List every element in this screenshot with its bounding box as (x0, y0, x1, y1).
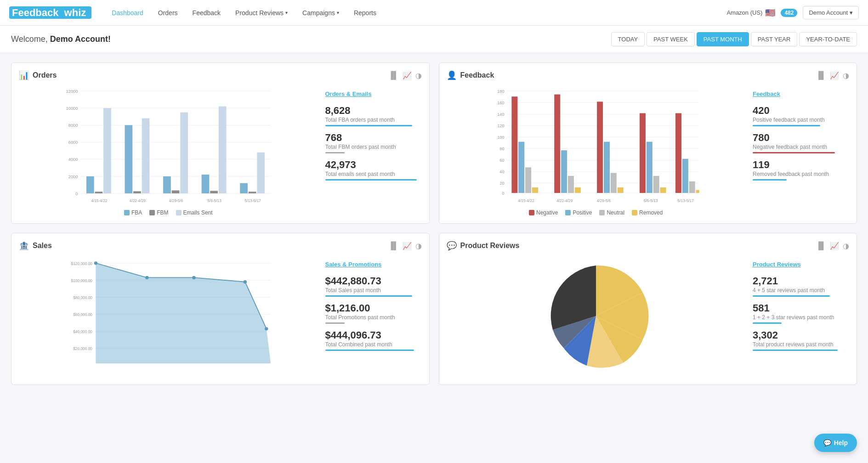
feedback-negative-stat: 780 Negative feedback past month (753, 132, 849, 153)
legend-emails: Emails Sent (176, 209, 213, 216)
svg-text:$40,000.00: $40,000.00 (73, 329, 92, 334)
svg-text:140: 140 (497, 112, 504, 117)
orders-fba-label: Total FBA orders past month (325, 117, 422, 123)
svg-text:5/13-5/17: 5/13-5/17 (677, 198, 694, 203)
main-grid: 📊 Orders ▐▌ 📈 ◑ 12000 10000 8000 6000 40… (0, 53, 868, 394)
sales-combined-stat: $444,096.73 Total Combined past month (325, 329, 422, 351)
logo: Feedback whiz (9, 7, 91, 19)
product-reviews-caret: ▾ (285, 10, 288, 15)
nav-reports[interactable]: Reports (347, 6, 383, 19)
legend-neutral: Neutral (599, 209, 624, 216)
orders-fbm-bar (325, 152, 345, 153)
svg-text:10000: 10000 (66, 106, 78, 111)
feedback-bar-chart-icon[interactable]: ▐▌ (816, 71, 826, 80)
sales-promotions-bar (325, 322, 345, 324)
feedback-line-chart-icon[interactable]: 📈 (830, 71, 839, 80)
orders-card-title: 📊 Orders (19, 70, 57, 80)
feedback-negative-bar (753, 152, 835, 153)
legend-neutral-label: Neutral (607, 209, 624, 216)
svg-text:$120,000.00: $120,000.00 (71, 261, 93, 266)
svg-text:12000: 12000 (66, 89, 78, 94)
legend-fba-label: FBA (131, 209, 142, 216)
svg-text:$80,000.00: $80,000.00 (73, 295, 92, 300)
us-flag-icon: 🇺🇸 (765, 8, 775, 18)
amazon-badge: Amazon (US) 🇺🇸 (726, 8, 775, 18)
nav-campaigns[interactable]: Campaigns ▾ (296, 6, 346, 19)
svg-text:$20,000.00: $20,000.00 (73, 346, 92, 351)
logo-highlight: whiz (62, 6, 89, 19)
sales-line-chart-icon[interactable]: 📈 (403, 242, 412, 250)
reviews-bar-chart-icon[interactable]: ▐▌ (816, 242, 826, 250)
date-today[interactable]: TODAY (611, 32, 645, 46)
sales-card-header: 🏦 Sales ▐▌ 📈 ◑ (19, 241, 422, 251)
reviews-high-star-label: 4 + 5 star reviews past month (753, 287, 849, 294)
feedback-negative-value: 780 (753, 132, 849, 144)
svg-text:4/29-5/6: 4/29-5/6 (596, 198, 611, 203)
svg-rect-60 (567, 176, 573, 193)
svg-rect-20 (163, 176, 171, 193)
product-reviews-card-header: 💬 Product Reviews ▐▌ 📈 ◑ (447, 241, 850, 251)
bar-chart-icon[interactable]: ▐▌ (388, 71, 399, 80)
product-reviews-card-title: 💬 Product Reviews (447, 241, 520, 251)
legend-fbm-dot (149, 210, 155, 215)
legend-fbm: FBM (149, 209, 168, 216)
svg-text:0: 0 (502, 191, 504, 196)
legend-positive-dot (565, 210, 571, 215)
svg-rect-73 (696, 190, 699, 193)
orders-emails-value: 42,973 (325, 159, 422, 171)
nav-orders[interactable]: Orders (152, 6, 184, 19)
feedback-stat-link-group: Feedback (753, 90, 849, 99)
reviews-low-star-value: 581 (753, 302, 849, 314)
svg-rect-61 (574, 187, 580, 193)
svg-rect-71 (682, 159, 688, 193)
feedback-negative-label: Negative feedback past month (753, 144, 849, 150)
notification-badge[interactable]: 482 (781, 9, 797, 17)
feedback-positive-value: 420 (753, 105, 849, 117)
svg-point-97 (265, 327, 268, 330)
date-past-week[interactable]: PAST WEEK (647, 32, 695, 46)
sales-total-bar (325, 295, 412, 297)
pie-chart-icon[interactable]: ◑ (415, 71, 422, 80)
reviews-low-star-label: 1 + 2 + 3 star reviews past month (753, 314, 849, 321)
line-chart-icon[interactable]: 📈 (403, 71, 412, 80)
svg-text:40: 40 (499, 169, 504, 174)
nav-right: Amazon (US) 🇺🇸 482 Demo Account ▾ (726, 6, 859, 19)
sales-bar-chart-icon[interactable]: ▐▌ (388, 242, 399, 250)
svg-rect-27 (249, 192, 256, 193)
product-reviews-link[interactable]: Product Reviews (753, 261, 849, 268)
sales-total-stat: $442,880.73 Total Sales past month (325, 275, 422, 297)
orders-fbm-value: 768 (325, 132, 422, 144)
orders-fba-value: 8,628 (325, 105, 422, 117)
feedback-pie-chart-icon[interactable]: ◑ (843, 71, 849, 80)
svg-text:4000: 4000 (68, 157, 78, 162)
sales-pie-chart-icon[interactable]: ◑ (415, 242, 422, 250)
nav-product-reviews[interactable]: Product Reviews ▾ (229, 6, 294, 19)
demo-account-menu[interactable]: Demo Account ▾ (803, 6, 859, 19)
nav-dashboard[interactable]: Dashboard (105, 6, 150, 19)
svg-point-96 (244, 280, 247, 283)
product-reviews-stats: Product Reviews 2,721 4 + 5 star reviews… (753, 256, 849, 376)
nav-feedback[interactable]: Feedback (186, 6, 227, 19)
feedback-removed-bar (753, 179, 787, 181)
product-reviews-card: 💬 Product Reviews ▐▌ 📈 ◑ (439, 233, 857, 385)
sales-promotions-label: Total Promotions past month (325, 314, 422, 321)
orders-legend: FBA FBM Emails Sent (19, 209, 318, 216)
sales-promotions-link[interactable]: Sales & Promotions (325, 261, 422, 268)
svg-rect-23 (202, 175, 210, 193)
date-past-month[interactable]: PAST MONTH (697, 32, 749, 46)
feedback-link[interactable]: Feedback (753, 90, 849, 97)
sales-combined-value: $444,096.73 (325, 329, 422, 341)
feedback-icon: 👤 (447, 70, 457, 80)
svg-rect-57 (532, 187, 538, 193)
date-year-to-date[interactable]: YEAR-TO-DATE (799, 32, 857, 46)
reviews-line-chart-icon[interactable]: 📈 (830, 242, 839, 250)
reviews-pie-chart-icon[interactable]: ◑ (843, 242, 849, 250)
svg-text:120: 120 (497, 124, 504, 128)
feedback-chart-icons: ▐▌ 📈 ◑ (816, 71, 849, 80)
date-filters: TODAY PAST WEEK PAST MONTH PAST YEAR YEA… (611, 32, 857, 46)
orders-emails-link[interactable]: Orders & Emails (325, 90, 422, 97)
date-past-year[interactable]: PAST YEAR (751, 32, 798, 46)
feedback-legend: Negative Positive Neutral Removed (447, 209, 746, 216)
feedback-positive-bar (753, 125, 820, 126)
reviews-low-star-bar (753, 322, 782, 324)
